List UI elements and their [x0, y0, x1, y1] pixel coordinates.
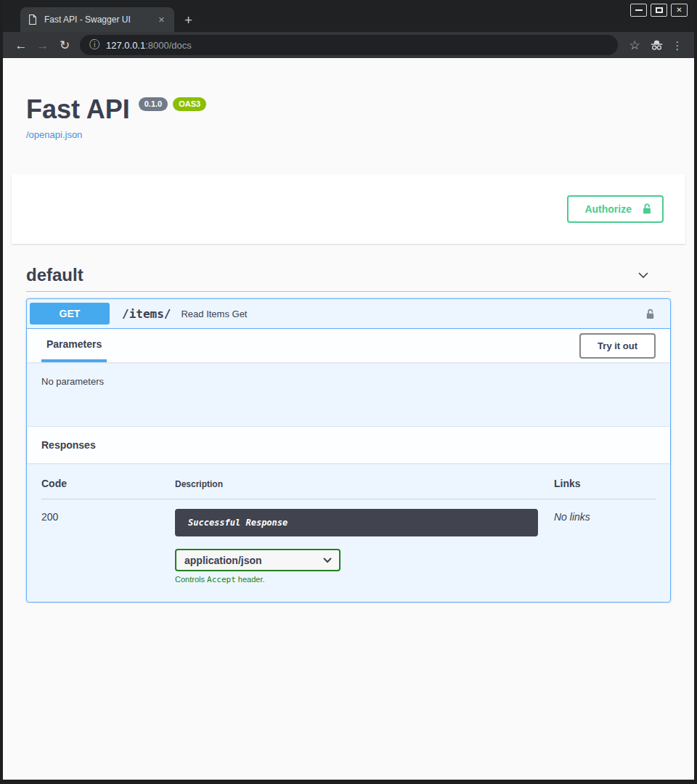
page-title: Fast API	[26, 97, 130, 123]
scheme-container: Authorize	[12, 174, 685, 244]
response-code: 200	[41, 509, 175, 584]
browser-window: Fast API - Swagger UI ✕ + ✕ ← → ↻ ⓘ 127.…	[0, 0, 697, 784]
media-type-selected: application/json	[184, 555, 262, 566]
responses-heading: Responses	[27, 427, 670, 463]
responses-table: Code Description Links 200 Successful Re…	[27, 463, 670, 602]
method-badge-get: GET	[30, 303, 110, 324]
tab-parameters[interactable]: Parameters	[41, 329, 107, 362]
close-button[interactable]: ✕	[671, 4, 688, 17]
lock-icon[interactable]	[644, 307, 656, 321]
chevron-down-icon[interactable]	[636, 268, 651, 282]
authorize-button-label: Authorize	[584, 204, 632, 214]
tag-header[interactable]: default	[26, 258, 671, 292]
url-path: :8000/docs	[145, 40, 192, 51]
reload-icon[interactable]: ↻	[54, 39, 76, 52]
swagger-page: Fast API 0.1.0 OAS3 /openapi.json Author…	[3, 58, 694, 780]
media-type-select[interactable]: application/json	[175, 549, 341, 571]
column-header-description: Description	[175, 479, 554, 489]
maximize-icon	[656, 7, 663, 13]
url-host: 127.0.0.1	[106, 40, 145, 51]
column-header-code: Code	[41, 478, 175, 489]
nav-toolbar: ← → ↻ ⓘ 127.0.0.1 :8000/docs ☆ ⋮	[3, 32, 694, 58]
openapi-spec-link[interactable]: /openapi.json	[26, 129, 82, 140]
parameters-header: Parameters Try it out	[27, 329, 670, 362]
browser-tab[interactable]: Fast API - Swagger UI ✕	[20, 7, 174, 32]
operation-path: /items/	[122, 307, 171, 321]
forward-icon[interactable]: →	[32, 39, 54, 52]
parameters-body: No parameters	[27, 362, 670, 427]
select-chevron-icon	[323, 558, 332, 563]
incognito-icon	[649, 38, 664, 52]
new-tab-button[interactable]: +	[184, 13, 192, 27]
operation-summary[interactable]: GET /items/ Read Items Get	[27, 299, 670, 329]
url-bar[interactable]: ⓘ 127.0.0.1 :8000/docs	[80, 35, 618, 55]
response-description-cell: Successful Response application/json Con…	[175, 509, 554, 584]
window-controls: ✕	[630, 4, 688, 17]
unlock-icon	[640, 203, 653, 216]
tag-section-default: default GET /items/ Read Items Get	[26, 258, 671, 603]
operation-description: Read Items Get	[181, 309, 644, 319]
response-links: No links	[554, 509, 656, 584]
info-icon[interactable]: ⓘ	[89, 38, 99, 52]
tag-name: default	[26, 265, 83, 285]
oas3-badge: OAS3	[173, 97, 206, 111]
no-parameters-message: No parameters	[41, 376, 104, 387]
maximize-button[interactable]	[651, 4, 667, 17]
minimize-icon	[635, 9, 643, 11]
document-icon	[28, 14, 38, 25]
api-info-section: Fast API 0.1.0 OAS3 /openapi.json	[3, 58, 694, 141]
opblock-get-items: GET /items/ Read Items Get Parameters Tr…	[26, 298, 671, 603]
title-bar: Fast API - Swagger UI ✕ + ✕	[3, 0, 694, 32]
table-row: 200 Successful Response application/json…	[41, 499, 656, 584]
version-badge: 0.1.0	[139, 97, 168, 111]
minimize-button[interactable]	[630, 4, 647, 17]
try-it-out-button[interactable]: Try it out	[579, 333, 656, 359]
tab-close-icon[interactable]: ✕	[155, 14, 168, 26]
tab-title: Fast API - Swagger UI	[44, 15, 155, 25]
authorize-button[interactable]: Authorize	[567, 195, 664, 223]
responses-table-header: Code Description Links	[41, 478, 656, 499]
response-description-box: Successful Response	[175, 509, 538, 536]
bookmark-star-icon[interactable]: ☆	[624, 39, 645, 52]
accept-header-hint: Controls Accept header.	[175, 575, 554, 584]
back-icon[interactable]: ←	[10, 39, 32, 52]
column-header-links: Links	[554, 478, 656, 489]
menu-dots-icon[interactable]: ⋮	[668, 40, 687, 51]
